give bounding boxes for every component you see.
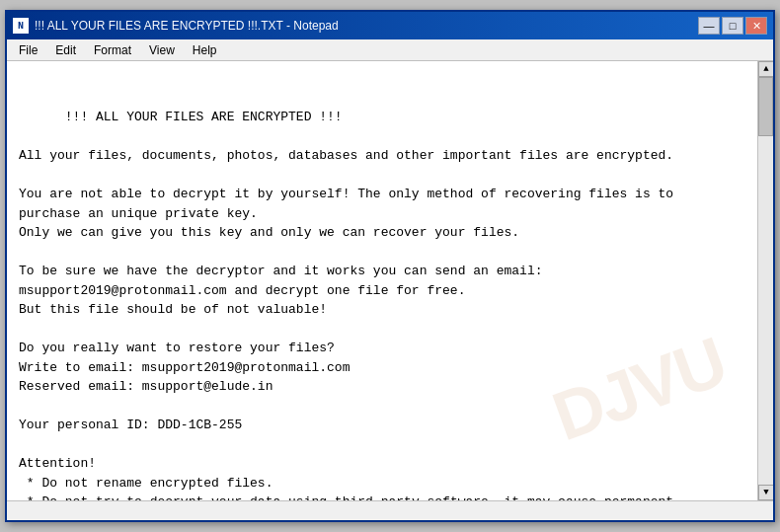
- title-bar: N !!! ALL YOUR FILES ARE ENCRYPTED !!!.T…: [7, 12, 773, 39]
- window-title: !!! ALL YOUR FILES ARE ENCRYPTED !!!.TXT…: [35, 19, 339, 33]
- content-area: DJVU !!! ALL YOUR FILES ARE ENCRYPTED !!…: [7, 61, 773, 500]
- minimize-button[interactable]: —: [698, 17, 720, 35]
- title-bar-left: N !!! ALL YOUR FILES ARE ENCRYPTED !!!.T…: [13, 18, 339, 34]
- scrollbar: ▲ ▼: [757, 61, 773, 500]
- menu-help[interactable]: Help: [185, 41, 225, 59]
- scrollbar-track[interactable]: [758, 77, 773, 485]
- notepad-window: N !!! ALL YOUR FILES ARE ENCRYPTED !!!.T…: [5, 10, 775, 522]
- window-controls: — □ ✕: [698, 17, 767, 35]
- status-bar: [7, 500, 773, 520]
- menu-bar: File Edit Format View Help: [7, 39, 773, 61]
- scroll-up-button[interactable]: ▲: [758, 61, 773, 77]
- ransomware-text: !!! ALL YOUR FILES ARE ENCRYPTED !!! All…: [19, 110, 673, 500]
- watermark: DJVU: [539, 311, 741, 469]
- notepad-icon: N: [13, 18, 29, 34]
- menu-file[interactable]: File: [11, 41, 45, 59]
- close-button[interactable]: ✕: [745, 17, 767, 35]
- scroll-down-button[interactable]: ▼: [758, 485, 773, 500]
- menu-view[interactable]: View: [141, 41, 183, 59]
- scrollbar-thumb[interactable]: [758, 77, 773, 136]
- maximize-button[interactable]: □: [722, 17, 743, 35]
- text-content[interactable]: DJVU !!! ALL YOUR FILES ARE ENCRYPTED !!…: [7, 61, 757, 500]
- menu-format[interactable]: Format: [86, 41, 139, 59]
- menu-edit[interactable]: Edit: [47, 41, 84, 59]
